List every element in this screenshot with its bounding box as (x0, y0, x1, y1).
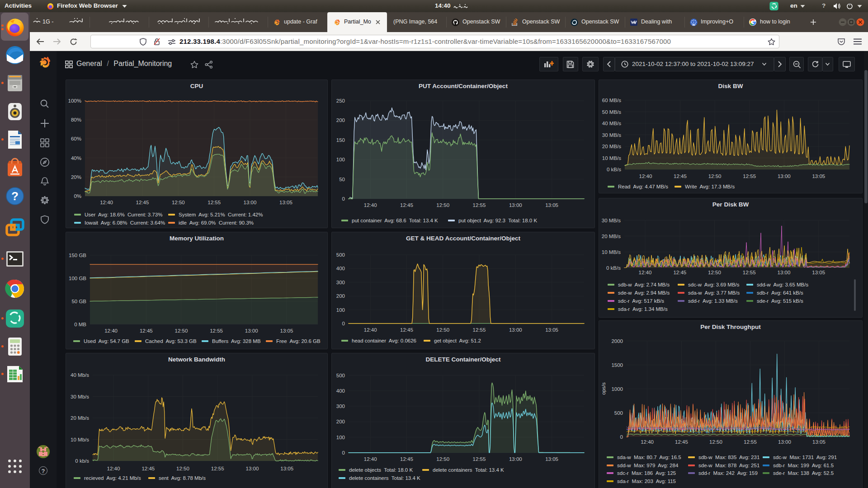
svg-text:0 MB: 0 MB (74, 322, 86, 327)
svg-text:0 kB/s: 0 kB/s (607, 167, 621, 172)
svg-text:30 MB/s: 30 MB/s (602, 218, 621, 223)
svg-text:13:05: 13:05 (812, 174, 825, 179)
svg-text:0 kB/s: 0 kB/s (606, 265, 621, 271)
svg-text:12:40: 12:40 (104, 328, 118, 333)
svg-text:12:45: 12:45 (136, 200, 149, 205)
svg-text:12:40: 12:40 (364, 456, 377, 462)
svg-text:2000: 2000 (611, 338, 623, 344)
svg-text:13:00: 13:00 (509, 327, 522, 333)
svg-text:1000: 1000 (611, 386, 623, 392)
svg-text:12:50: 12:50 (175, 328, 188, 333)
svg-text:12:55: 12:55 (744, 439, 757, 445)
svg-text:13:00: 13:00 (509, 202, 522, 208)
svg-text:200: 200 (336, 419, 345, 424)
svg-text:12:50: 12:50 (709, 439, 722, 445)
svg-text:12:55: 12:55 (211, 466, 224, 471)
svg-text:0: 0 (620, 434, 623, 440)
svg-text:500: 500 (336, 252, 345, 258)
svg-text:12:45: 12:45 (142, 466, 155, 471)
svg-text:400: 400 (336, 266, 345, 271)
svg-text:400: 400 (336, 388, 345, 394)
svg-text:12:40: 12:40 (639, 270, 652, 275)
svg-text:13:00: 13:00 (246, 466, 259, 471)
svg-text:300: 300 (336, 280, 345, 285)
svg-text:20 MB/s: 20 MB/s (602, 234, 621, 239)
svg-text:12:40: 12:40 (641, 439, 654, 445)
svg-text:12:50: 12:50 (436, 456, 449, 462)
svg-text:100%: 100% (68, 98, 81, 103)
svg-text:20 MB/s: 20 MB/s (602, 144, 621, 149)
svg-text:13:00: 13:00 (509, 456, 522, 462)
svg-text:12:55: 12:55 (208, 200, 221, 205)
svg-text:200: 200 (336, 117, 345, 123)
svg-text:12:50: 12:50 (172, 200, 185, 205)
svg-text:13:00: 13:00 (244, 200, 257, 205)
svg-text:80%: 80% (71, 117, 81, 122)
svg-text:12:50: 12:50 (176, 466, 189, 471)
svg-text:12:50: 12:50 (436, 327, 449, 333)
svg-text:20 Mb/s: 20 Mb/s (71, 415, 89, 421)
svg-text:?: ? (11, 189, 19, 203)
svg-text:13:05: 13:05 (545, 202, 558, 208)
svg-text:13:00: 13:00 (778, 174, 791, 179)
svg-text:13:00: 13:00 (778, 439, 791, 445)
svg-text:12:40: 12:40 (100, 200, 113, 205)
svg-text:300: 300 (336, 404, 345, 409)
svg-text:100: 100 (336, 157, 345, 162)
svg-text:1500: 1500 (611, 362, 623, 368)
svg-text:12:55: 12:55 (210, 328, 223, 333)
svg-text:ops/s: ops/s (601, 382, 606, 395)
svg-text:13:00: 13:00 (245, 328, 258, 333)
svg-text:50 GB: 50 GB (71, 299, 86, 304)
svg-text:40%: 40% (71, 155, 81, 161)
svg-text:12:50: 12:50 (436, 202, 449, 208)
svg-text:13:05: 13:05 (545, 327, 558, 333)
svg-text:13:05: 13:05 (280, 466, 293, 471)
svg-text:12:45: 12:45 (400, 456, 413, 462)
svg-text:0%: 0% (74, 193, 81, 199)
svg-text:40 Mb/s: 40 Mb/s (71, 372, 89, 378)
svg-text:10 Mb/s: 10 Mb/s (71, 437, 89, 442)
svg-text:12:55: 12:55 (473, 327, 486, 333)
svg-text:12:50: 12:50 (708, 174, 722, 179)
svg-text:100: 100 (336, 307, 345, 313)
svg-text:12:40: 12:40 (364, 327, 377, 333)
svg-text:10 MB/s: 10 MB/s (602, 249, 621, 255)
svg-text:100: 100 (336, 435, 345, 440)
svg-text:0: 0 (342, 321, 345, 326)
svg-text:12:40: 12:40 (107, 466, 120, 471)
svg-text:13:05: 13:05 (545, 456, 558, 462)
svg-text:30 MB/s: 30 MB/s (602, 132, 621, 138)
svg-text:50 MB/s: 50 MB/s (602, 109, 621, 115)
svg-text:60%: 60% (71, 136, 81, 141)
svg-text:12:45: 12:45 (674, 174, 687, 179)
svg-text:0: 0 (342, 450, 345, 455)
svg-text:12:40: 12:40 (364, 202, 377, 208)
svg-text:12:45: 12:45 (400, 327, 413, 333)
svg-text:100 GB: 100 GB (69, 276, 86, 281)
svg-text:12:55: 12:55 (743, 174, 756, 179)
svg-text:12:55: 12:55 (473, 456, 486, 462)
svg-text:20%: 20% (71, 174, 81, 180)
svg-text:12:55: 12:55 (743, 270, 756, 275)
svg-text:13:05: 13:05 (279, 200, 292, 205)
svg-text:12:45: 12:45 (140, 328, 153, 333)
svg-text:500: 500 (614, 410, 623, 416)
svg-text:12:55: 12:55 (473, 202, 486, 208)
svg-text:150 GB: 150 GB (69, 253, 86, 258)
svg-text:12:45: 12:45 (673, 270, 686, 275)
svg-text:250: 250 (336, 98, 345, 103)
svg-text:13:05: 13:05 (280, 328, 293, 333)
svg-text:0 kb/s: 0 kb/s (75, 458, 89, 464)
svg-text:12:50: 12:50 (708, 270, 721, 275)
svg-text:12:40: 12:40 (639, 174, 652, 179)
svg-text:150: 150 (336, 137, 345, 143)
svg-text:50: 50 (339, 177, 345, 182)
svg-text:30 Mb/s: 30 Mb/s (71, 394, 89, 399)
svg-text:13:05: 13:05 (812, 270, 825, 275)
svg-text:10 MB/s: 10 MB/s (602, 155, 621, 161)
svg-text:60 MB/s: 60 MB/s (602, 98, 621, 103)
svg-text:0: 0 (342, 196, 345, 202)
svg-text:13:00: 13:00 (778, 270, 791, 275)
svg-text:40 MB/s: 40 MB/s (602, 121, 621, 126)
